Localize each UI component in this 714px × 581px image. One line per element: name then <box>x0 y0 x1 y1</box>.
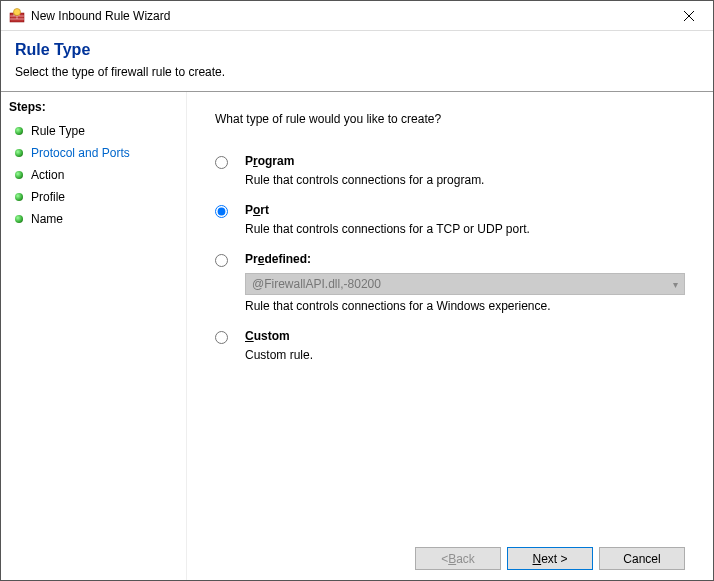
page-title: Rule Type <box>15 41 699 59</box>
radio-program[interactable] <box>215 156 228 169</box>
predefined-select-value: @FirewallAPI.dll,-80200 <box>252 277 381 291</box>
wizard-window: New Inbound Rule Wizard Rule Type Select… <box>0 0 714 581</box>
radio-custom[interactable] <box>215 331 228 344</box>
step-profile[interactable]: Profile <box>9 186 182 208</box>
close-button[interactable] <box>667 2 711 30</box>
label-custom[interactable]: Custom <box>245 329 685 343</box>
desc-custom: Custom rule. <box>245 348 685 362</box>
step-label: Rule Type <box>31 124 85 138</box>
step-bullet-icon <box>15 127 23 135</box>
step-label: Name <box>31 212 63 226</box>
predefined-select: @FirewallAPI.dll,-80200 ▾ <box>245 273 685 295</box>
step-bullet-icon <box>15 215 23 223</box>
option-custom: Custom Custom rule. <box>215 329 685 362</box>
next-button[interactable]: Next > <box>507 547 593 570</box>
option-predefined: Predefined: @FirewallAPI.dll,-80200 ▾ Ru… <box>215 252 685 313</box>
radio-predefined[interactable] <box>215 254 228 267</box>
step-bullet-icon <box>15 149 23 157</box>
header: Rule Type Select the type of firewall ru… <box>1 31 713 91</box>
steps-sidebar: Steps: Rule Type Protocol and Ports Acti… <box>1 92 187 580</box>
step-label: Action <box>31 168 64 182</box>
cancel-button[interactable]: Cancel <box>599 547 685 570</box>
step-action[interactable]: Action <box>9 164 182 186</box>
label-port[interactable]: Port <box>245 203 685 217</box>
wizard-footer: < Back Next > Cancel <box>215 537 685 570</box>
step-bullet-icon <box>15 171 23 179</box>
page-subtitle: Select the type of firewall rule to crea… <box>15 65 699 79</box>
label-predefined[interactable]: Predefined: <box>245 252 685 266</box>
radio-port[interactable] <box>215 205 228 218</box>
step-bullet-icon <box>15 193 23 201</box>
close-icon <box>684 11 694 21</box>
titlebar: New Inbound Rule Wizard <box>1 1 713 31</box>
step-label: Profile <box>31 190 65 204</box>
desc-port: Rule that controls connections for a TCP… <box>245 222 685 236</box>
steps-heading: Steps: <box>9 100 182 114</box>
main-panel: What type of rule would you like to crea… <box>187 92 713 580</box>
back-button: < Back <box>415 547 501 570</box>
main-prompt: What type of rule would you like to crea… <box>215 112 685 126</box>
desc-program: Rule that controls connections for a pro… <box>245 173 685 187</box>
firewall-icon <box>9 8 25 24</box>
svg-point-6 <box>14 8 21 15</box>
body: Steps: Rule Type Protocol and Ports Acti… <box>1 91 713 580</box>
rule-type-options: Program Rule that controls connections f… <box>215 154 685 378</box>
step-label: Protocol and Ports <box>31 146 130 160</box>
option-port: Port Rule that controls connections for … <box>215 203 685 236</box>
option-program: Program Rule that controls connections f… <box>215 154 685 187</box>
desc-predefined: Rule that controls connections for a Win… <box>245 299 685 313</box>
step-rule-type[interactable]: Rule Type <box>9 120 182 142</box>
window-title: New Inbound Rule Wizard <box>31 9 667 23</box>
step-name[interactable]: Name <box>9 208 182 230</box>
chevron-down-icon: ▾ <box>673 279 678 290</box>
label-program[interactable]: Program <box>245 154 685 168</box>
step-protocol-and-ports[interactable]: Protocol and Ports <box>9 142 182 164</box>
